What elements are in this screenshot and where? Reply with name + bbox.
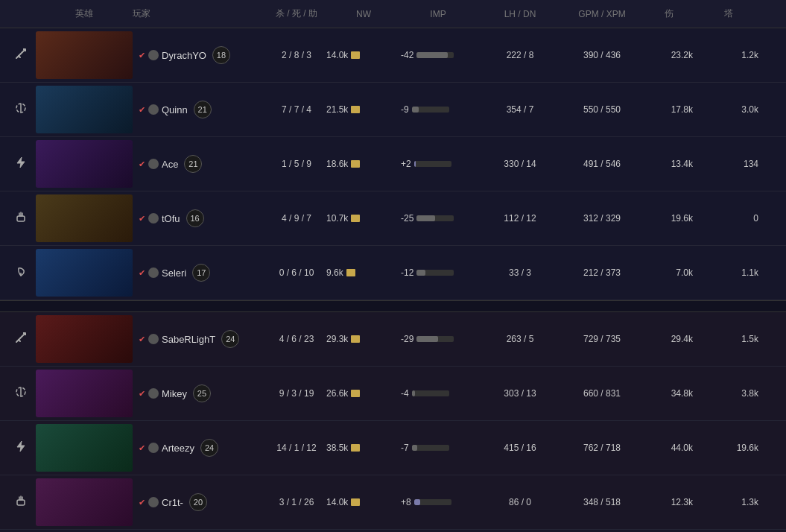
verified-icon: ✔ xyxy=(139,443,145,453)
team-divider xyxy=(0,300,786,312)
player-name[interactable]: Ace xyxy=(162,159,178,170)
dmg-cell: 17.8k xyxy=(639,104,699,115)
player-info: ✔ SabeRLighT 24 xyxy=(133,330,267,348)
verified-icon: ✔ xyxy=(139,105,145,115)
player-badges: ✔ Cr1t- 20 xyxy=(139,493,267,511)
gpm-xpm-cell: 729 / 735 xyxy=(565,334,639,344)
gpm-xpm-cell: 550 / 550 xyxy=(565,104,639,115)
player-level: 20 xyxy=(189,493,207,511)
player-name[interactable]: Mikey xyxy=(162,388,187,399)
rank-badge xyxy=(148,267,159,278)
role-icon xyxy=(6,156,36,172)
svg-line-15 xyxy=(19,340,20,341)
player-badges: ✔ tOfu 16 xyxy=(139,209,267,227)
imp-value: +2 xyxy=(401,159,411,169)
nw-cell: 14.0k xyxy=(326,497,401,507)
rank-badge xyxy=(148,497,159,507)
tower-cell: 134 xyxy=(699,159,758,169)
nw-cell: 38.5k xyxy=(326,443,401,453)
imp-cell: -12 xyxy=(401,267,475,278)
svg-marker-6 xyxy=(17,157,25,168)
player-info: ✔ Seleri 17 xyxy=(133,264,267,282)
tower-cell: 1.3k xyxy=(699,497,758,507)
dmg-cell: 13.4k xyxy=(639,159,699,169)
header-kda: 杀 / 死 / 助 xyxy=(267,7,326,20)
gpm-xpm-cell: 762 / 718 xyxy=(565,443,639,453)
header-tower: 塔 xyxy=(699,7,758,20)
player-name[interactable]: DyrachYO xyxy=(162,50,206,61)
player-name[interactable]: Seleri xyxy=(162,267,186,279)
kda-cell: 2 / 8 / 3 xyxy=(267,50,326,60)
rank-badge xyxy=(148,388,159,399)
role-icon xyxy=(6,210,36,227)
nw-bar xyxy=(351,51,360,59)
player-name[interactable]: SabeRLighT xyxy=(162,334,215,345)
nw-cell: 10.7k xyxy=(326,213,401,224)
player-name[interactable]: Quinn xyxy=(162,104,188,115)
player-badges: ✔ Seleri 17 xyxy=(139,264,267,282)
table-row: ✔ Arteezy 24 14 / 1 / 12 38.5k -7 415 / … xyxy=(0,421,786,475)
player-name[interactable]: tOfu xyxy=(162,213,180,224)
imp-value: -12 xyxy=(401,267,413,278)
header-hero: 英雄 xyxy=(36,7,133,20)
verified-icon: ✔ xyxy=(139,51,145,60)
role-icon xyxy=(6,331,36,347)
hero-image xyxy=(36,31,133,79)
rank-badge xyxy=(148,159,159,169)
imp-value: -9 xyxy=(401,104,409,115)
nw-bar xyxy=(346,269,355,276)
verified-icon: ✔ xyxy=(139,498,145,507)
player-info: ✔ DyrachYO 18 xyxy=(133,46,267,64)
nw-bar xyxy=(351,215,360,222)
player-badges: ✔ DyrachYO 18 xyxy=(139,46,267,64)
tower-cell: 3.0k xyxy=(699,104,758,115)
kda-cell: 1 / 5 / 9 xyxy=(267,159,326,169)
dmg-cell: 34.8k xyxy=(639,388,699,399)
role-icon xyxy=(6,494,36,510)
team2-section: ✔ SabeRLighT 24 4 / 6 / 23 29.3k -29 263… xyxy=(0,312,786,532)
player-info: ✔ Arteezy 24 xyxy=(133,439,267,457)
nw-value: 18.6k xyxy=(326,159,348,169)
header-dmg: 伤 xyxy=(639,7,699,20)
player-level: 24 xyxy=(221,330,239,348)
nw-cell: 18.6k xyxy=(326,159,401,169)
role-icon xyxy=(6,47,36,63)
gpm-xpm-cell: 348 / 518 xyxy=(565,497,639,507)
player-level: 16 xyxy=(186,209,204,227)
imp-value: -25 xyxy=(401,213,413,224)
hero-image xyxy=(36,315,133,363)
table-row: ✔ Ace 21 1 / 5 / 9 18.6k +2 330 / 14 491… xyxy=(0,137,786,191)
nw-cell: 21.5k xyxy=(326,104,401,115)
header-player: 玩家 xyxy=(133,7,267,20)
table-header: 英雄 玩家 杀 / 死 / 助 NW IMP LH / DN GPM / XPM… xyxy=(0,0,786,28)
player-info: ✔ Ace 21 xyxy=(133,155,267,173)
nw-value: 38.5k xyxy=(326,443,348,453)
verified-icon: ✔ xyxy=(139,159,145,169)
nw-bar xyxy=(351,160,360,168)
player-name[interactable]: Cr1t- xyxy=(162,497,183,508)
imp-cell: +8 xyxy=(401,497,475,507)
gpm-xpm-cell: 390 / 436 xyxy=(565,50,639,60)
player-level: 21 xyxy=(184,155,202,173)
imp-value: +8 xyxy=(401,497,411,507)
dmg-cell: 44.0k xyxy=(639,443,699,453)
verified-icon: ✔ xyxy=(139,389,145,399)
rank-badge xyxy=(148,443,159,453)
player-info: ✔ Cr1t- 20 xyxy=(133,493,267,511)
nw-value: 10.7k xyxy=(326,213,348,224)
svg-rect-19 xyxy=(17,500,25,505)
nw-value: 9.6k xyxy=(326,267,343,278)
role-icon xyxy=(6,101,36,118)
imp-cell: +2 xyxy=(401,159,475,169)
imp-cell: -7 xyxy=(401,443,475,453)
player-info: ✔ tOfu 16 xyxy=(133,209,267,227)
gpm-xpm-cell: 312 / 329 xyxy=(565,213,639,224)
tower-cell: 1.1k xyxy=(699,267,758,278)
hero-image xyxy=(36,140,133,188)
nw-value: 26.6k xyxy=(326,388,348,399)
verified-icon: ✔ xyxy=(139,214,145,224)
kda-cell: 9 / 3 / 19 xyxy=(267,388,326,399)
table-row: ✔ SabeRLighT 24 4 / 6 / 23 29.3k -29 263… xyxy=(0,312,786,367)
table-row: ✔ Mikey 25 9 / 3 / 19 26.6k -4 303 / 13 … xyxy=(0,367,786,421)
player-name[interactable]: Arteezy xyxy=(162,443,194,454)
